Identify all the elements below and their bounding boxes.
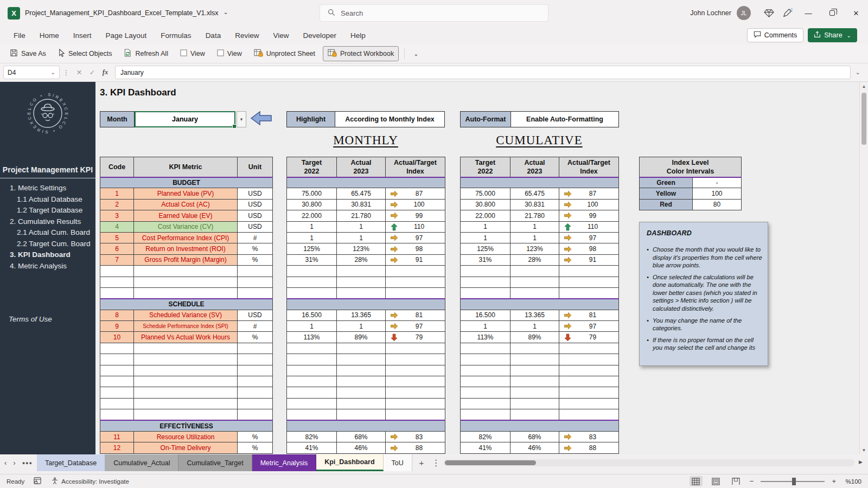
- kpi-metric[interactable]: Earned Value (EV): [134, 210, 238, 221]
- kpi-metric-table[interactable]: Code KPI Metric Unit BUDGET1Planned Valu…: [100, 157, 273, 454]
- target-value[interactable]: 22.000: [461, 210, 510, 221]
- enter-check-icon[interactable]: ✓: [86, 68, 99, 76]
- kpi-unit[interactable]: %: [238, 332, 273, 343]
- empty-cell[interactable]: [238, 354, 273, 365]
- kpi-code[interactable]: 11: [100, 431, 134, 442]
- actual-value[interactable]: 46%: [510, 442, 559, 453]
- empty-cell[interactable]: [461, 409, 510, 420]
- actual-value[interactable]: 123%: [510, 243, 559, 254]
- menu-item-page-layout[interactable]: Page Layout: [99, 26, 154, 44]
- comments-button[interactable]: Comments: [747, 28, 803, 42]
- empty-cell[interactable]: [287, 354, 337, 365]
- zoom-in-button[interactable]: +: [832, 477, 836, 485]
- kpi-code[interactable]: 9: [100, 321, 134, 332]
- legend-label-yellow[interactable]: Yellow: [640, 188, 693, 199]
- actual-value[interactable]: 1: [337, 221, 386, 232]
- kpi-code[interactable]: 4: [100, 221, 134, 232]
- horizontal-scroll-thumb[interactable]: [445, 460, 536, 465]
- empty-cell[interactable]: [337, 387, 386, 398]
- empty-cell[interactable]: [134, 354, 238, 365]
- toolbar-overflow-chevron-icon[interactable]: ⌄: [410, 50, 422, 57]
- index-value[interactable]: 98: [386, 243, 445, 254]
- highlight-control[interactable]: Highlight According to Monthly Index: [286, 111, 445, 127]
- actual-value[interactable]: 1: [510, 232, 559, 243]
- empty-cell[interactable]: [100, 354, 134, 365]
- empty-cell[interactable]: [337, 409, 386, 420]
- actual-value[interactable]: 1: [337, 321, 386, 332]
- kpi-code[interactable]: 6: [100, 243, 134, 254]
- feedback-pen-icon[interactable]: [778, 0, 796, 26]
- zoom-out-button[interactable]: −: [750, 477, 754, 485]
- empty-cell[interactable]: [559, 398, 619, 409]
- index-value[interactable]: 79: [559, 332, 619, 343]
- empty-cell[interactable]: [559, 287, 619, 298]
- empty-cell[interactable]: [461, 343, 510, 354]
- empty-cell[interactable]: [134, 287, 238, 298]
- empty-cell[interactable]: [337, 287, 386, 298]
- target-value[interactable]: 1: [287, 321, 337, 332]
- kpi-unit[interactable]: USD: [238, 199, 273, 210]
- vertical-scroll-thumb[interactable]: [861, 93, 866, 145]
- sidebar-item-1-metric-settings[interactable]: 1. Metric Settings: [0, 183, 95, 194]
- actual-value[interactable]: 68%: [337, 431, 386, 442]
- target-value[interactable]: 125%: [461, 243, 510, 254]
- empty-cell[interactable]: [238, 266, 273, 277]
- empty-cell[interactable]: [386, 376, 445, 387]
- target-value[interactable]: 82%: [461, 431, 510, 442]
- monthly-values-table[interactable]: Target2022 Actual2023 Actual/TargetIndex…: [286, 157, 445, 454]
- tool-view[interactable]: View: [213, 47, 246, 60]
- kpi-metric[interactable]: Planned Vs Actual Work Hours: [134, 332, 238, 343]
- empty-cell[interactable]: [510, 354, 559, 365]
- index-value[interactable]: 91: [559, 254, 619, 265]
- empty-cell[interactable]: [386, 287, 445, 298]
- actual-value[interactable]: 46%: [337, 442, 386, 453]
- legend-value[interactable]: 100: [693, 188, 742, 199]
- empty-cell[interactable]: [386, 387, 445, 398]
- kpi-metric[interactable]: Cost Variance (CV): [134, 221, 238, 232]
- empty-cell[interactable]: [287, 365, 337, 376]
- menu-item-view[interactable]: View: [266, 26, 296, 44]
- target-value[interactable]: 113%: [287, 332, 337, 343]
- search-input[interactable]: Search: [320, 4, 548, 22]
- kpi-metric[interactable]: Cost Performance Index (CPI): [134, 232, 238, 243]
- empty-cell[interactable]: [510, 387, 559, 398]
- empty-cell[interactable]: [559, 409, 619, 420]
- kpi-code[interactable]: 12: [100, 442, 134, 453]
- index-value[interactable]: 98: [559, 243, 619, 254]
- index-value[interactable]: 100: [559, 199, 619, 210]
- empty-cell[interactable]: [559, 387, 619, 398]
- index-value[interactable]: 97: [559, 321, 619, 332]
- user-name[interactable]: John Lochner: [690, 9, 731, 17]
- empty-cell[interactable]: [559, 343, 619, 354]
- actual-value[interactable]: 1: [337, 232, 386, 243]
- empty-cell[interactable]: [238, 387, 273, 398]
- tab-more-icon[interactable]: ●●●: [22, 460, 33, 466]
- page-break-view-button[interactable]: [730, 476, 743, 486]
- target-value[interactable]: 16.500: [461, 310, 510, 320]
- empty-cell[interactable]: [238, 365, 273, 376]
- scroll-down-icon[interactable]: ▼: [862, 446, 866, 454]
- empty-cell[interactable]: [559, 266, 619, 277]
- menu-item-data[interactable]: Data: [199, 26, 228, 44]
- empty-cell[interactable]: [134, 365, 238, 376]
- scroll-right-icon[interactable]: ▶: [859, 459, 863, 465]
- target-value[interactable]: 1: [461, 221, 510, 232]
- empty-cell[interactable]: [238, 343, 273, 354]
- actual-value[interactable]: 123%: [337, 243, 386, 254]
- tab-options-kebab-icon[interactable]: ⋮: [431, 454, 442, 471]
- empty-cell[interactable]: [238, 287, 273, 298]
- kpi-unit[interactable]: USD: [238, 310, 273, 320]
- normal-view-button[interactable]: [690, 476, 703, 486]
- actual-value[interactable]: 1: [510, 221, 559, 232]
- index-value[interactable]: 97: [386, 321, 445, 332]
- target-value[interactable]: 125%: [287, 243, 337, 254]
- target-value[interactable]: 22.000: [287, 210, 337, 221]
- kpi-unit[interactable]: #: [238, 321, 273, 332]
- avatar[interactable]: JL: [737, 6, 751, 20]
- target-value[interactable]: 1: [461, 232, 510, 243]
- kpi-metric[interactable]: Scheduled Variance (SV): [134, 310, 238, 320]
- insert-function-icon[interactable]: fx: [99, 68, 112, 76]
- empty-cell[interactable]: [461, 354, 510, 365]
- empty-cell[interactable]: [134, 343, 238, 354]
- empty-cell[interactable]: [461, 266, 510, 277]
